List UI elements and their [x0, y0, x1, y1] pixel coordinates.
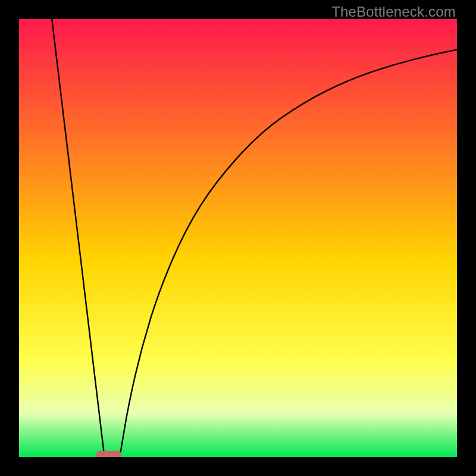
- curves-layer: [19, 19, 457, 457]
- plot-area: [19, 19, 457, 457]
- trough-marker: [96, 451, 122, 457]
- chart-frame: TheBottleneck.com: [0, 0, 476, 476]
- watermark-text: TheBottleneck.com: [331, 4, 456, 20]
- series-right-curve: [120, 50, 457, 457]
- series-left-line: [52, 19, 104, 457]
